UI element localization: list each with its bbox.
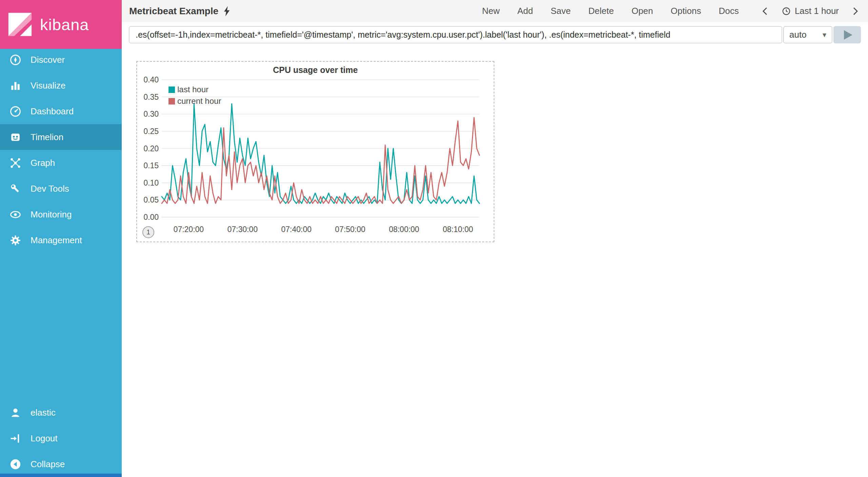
sidebar-item-label: Monitoring — [31, 209, 72, 220]
x-tick-label: 08:10:00 — [443, 225, 473, 234]
kibana-logo[interactable]: kibana — [0, 0, 122, 49]
interval-value: auto — [789, 30, 807, 40]
sidebar-item-discover[interactable]: Discover — [0, 47, 122, 73]
time-back-button[interactable] — [761, 6, 769, 16]
sidebar-nav: Discover Visualize Dashboard — [0, 47, 122, 253]
time-picker-group: Last 1 hour — [761, 6, 859, 16]
bar-chart-icon — [9, 79, 22, 92]
sidebar-item-label: Dashboard — [31, 106, 74, 117]
chart-title: CPU usage over time — [137, 65, 494, 75]
docs-button[interactable]: Docs — [719, 6, 739, 16]
options-button[interactable]: Options — [671, 6, 701, 16]
kibana-logo-icon — [6, 11, 34, 38]
save-button[interactable]: Save — [551, 6, 571, 16]
sidebar-item-graph[interactable]: Graph — [0, 150, 122, 176]
sidebar-item-collapse[interactable]: Collapse — [0, 451, 122, 477]
topbar-menu: New Add Save Delete Open Options Docs — [482, 6, 859, 16]
sidebar-item-visualize[interactable]: Visualize — [0, 73, 122, 98]
bolt-icon — [223, 6, 231, 16]
new-button[interactable]: New — [482, 6, 500, 16]
time-range-label: Last 1 hour — [795, 6, 839, 16]
plot-area: last hourcurrent hour — [162, 80, 479, 217]
add-button[interactable]: Add — [517, 6, 533, 16]
clock-icon — [782, 6, 791, 16]
sidebar-bottom-accent — [0, 474, 122, 477]
sidebar-item-label: Logout — [31, 433, 58, 444]
topbar: Metricbeat Example New Add Save Delete O… — [122, 0, 868, 22]
y-tick-label: 0.25 — [137, 127, 159, 136]
series-line-current-hour — [162, 117, 479, 203]
sidebar-item-label: Collapse — [31, 459, 65, 470]
sidebar-footer: elastic Logout Collapse — [0, 400, 122, 477]
sidebar-item-user-elastic[interactable]: elastic — [0, 400, 122, 425]
chevron-right-icon — [852, 6, 859, 16]
wrench-icon — [9, 183, 22, 195]
sidebar-item-label: Graph — [31, 158, 55, 168]
x-tick-label: 07:20:00 — [174, 225, 204, 234]
panel-index-badge: 1 — [142, 226, 154, 238]
graph-icon — [9, 157, 22, 169]
chevron-left-icon — [761, 6, 769, 16]
sidebar-item-label: Timelion — [31, 132, 63, 142]
sidebar-item-monitoring[interactable]: Monitoring — [0, 202, 122, 227]
sidebar-item-logout[interactable]: Logout — [0, 425, 122, 451]
sidebar-item-timelion[interactable]: Timelion — [0, 124, 122, 150]
delete-button[interactable]: Delete — [588, 6, 614, 16]
y-tick-label: 0.15 — [137, 161, 159, 170]
page-title: Metricbeat Example — [129, 6, 218, 17]
y-tick-label: 0.30 — [137, 110, 159, 119]
sidebar-item-dashboard[interactable]: Dashboard — [0, 98, 122, 124]
eye-icon — [9, 208, 22, 221]
compass-icon — [9, 54, 22, 66]
legend-item: current hour — [169, 95, 221, 107]
legend-swatch — [169, 98, 175, 104]
timelion-query-bar: auto ▾ — [129, 26, 861, 43]
sidebar-item-dev-tools[interactable]: Dev Tools — [0, 176, 122, 202]
y-tick-label: 0.40 — [137, 75, 159, 84]
caret-down-icon: ▾ — [823, 31, 826, 39]
x-tick-label: 07:30:00 — [227, 225, 258, 234]
x-tick-label: 07:50:00 — [335, 225, 366, 234]
y-tick-label: 0.05 — [137, 195, 159, 205]
gauge-icon — [9, 105, 22, 118]
sidebar-item-label: elastic — [31, 407, 56, 418]
x-tick-label: 08:00:00 — [389, 225, 419, 234]
logout-icon — [9, 432, 22, 445]
chart-legend: last hourcurrent hour — [169, 84, 221, 107]
open-button[interactable]: Open — [631, 6, 653, 16]
sheet-title-group: Metricbeat Example — [129, 6, 231, 17]
y-tick-label: 0.00 — [137, 213, 159, 222]
timelion-chart-panel[interactable]: CPU usage over time last hourcurrent hou… — [136, 61, 494, 242]
run-query-button[interactable] — [833, 26, 861, 43]
y-tick-label: 0.10 — [137, 178, 159, 188]
sidebar-item-label: Dev Tools — [31, 184, 69, 194]
y-tick-label: 0.35 — [137, 93, 159, 102]
time-forward-button[interactable] — [852, 6, 859, 16]
sidebar-item-label: Management — [31, 235, 82, 246]
play-icon — [844, 30, 852, 40]
y-tick-label: 0.20 — [137, 144, 159, 153]
sidebar-item-label: Visualize — [31, 80, 66, 91]
timelion-query-input[interactable] — [129, 26, 782, 43]
legend-item: last hour — [169, 84, 221, 95]
legend-swatch — [169, 87, 175, 93]
legend-label: current hour — [177, 96, 221, 106]
gear-icon — [9, 234, 22, 247]
user-icon — [9, 406, 22, 419]
time-picker-button[interactable]: Last 1 hour — [782, 6, 839, 16]
timelion-icon — [9, 131, 22, 144]
sidebar-item-label: Discover — [31, 55, 65, 65]
legend-label: last hour — [177, 85, 209, 94]
x-tick-label: 07:40:00 — [281, 225, 312, 234]
collapse-icon — [9, 458, 22, 471]
interval-select[interactable]: auto ▾ — [783, 26, 832, 43]
sidebar: kibana Discover Visualize — [0, 0, 122, 477]
kibana-logo-text: kibana — [40, 15, 89, 34]
sidebar-item-management[interactable]: Management — [0, 227, 122, 253]
kibana-app: kibana Discover Visualize — [0, 0, 868, 477]
